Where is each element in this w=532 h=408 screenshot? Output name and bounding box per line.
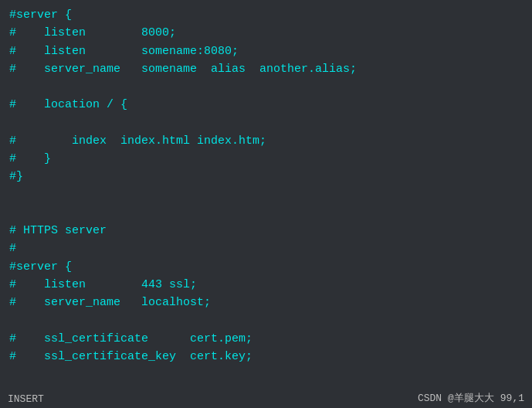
code-line	[9, 366, 523, 383]
code-line: # ssl_certificate_key cert.key;	[9, 348, 523, 366]
code-line: # index index.html index.htm;	[9, 132, 523, 150]
code-line: # listen 443 ssl;	[9, 276, 523, 294]
code-line: # listen somename:8080;	[9, 42, 523, 60]
code-line	[9, 114, 523, 132]
code-line: # HTTPS server	[9, 222, 523, 240]
code-line: # ssl_certificate cert.pem;	[9, 330, 523, 348]
editor-mode: INSERT	[0, 390, 52, 408]
code-line	[9, 186, 523, 204]
watermark-label: CSDN @羊腿大大	[418, 391, 494, 405]
line-col-label: 99,1	[500, 393, 524, 404]
code-line: # location / {	[9, 96, 523, 114]
mode-label: INSERT	[8, 393, 44, 405]
code-editor[interactable]: #server {# listen 8000;# listen somename…	[0, 0, 532, 408]
code-line: # }	[9, 150, 523, 168]
code-line	[9, 311, 523, 329]
code-line: #server {	[9, 6, 523, 24]
code-line: # listen 8000;	[9, 24, 523, 42]
code-line: #	[9, 240, 523, 257]
code-line: #server {	[9, 258, 523, 276]
status-bar: CSDN @羊腿大大 99,1	[410, 388, 532, 408]
code-line	[9, 204, 523, 222]
code-line: #}	[9, 168, 523, 185]
code-line	[9, 78, 523, 96]
code-line: # server_name localhost;	[9, 294, 523, 311]
code-line: # server_name somename alias another.ali…	[9, 60, 523, 78]
